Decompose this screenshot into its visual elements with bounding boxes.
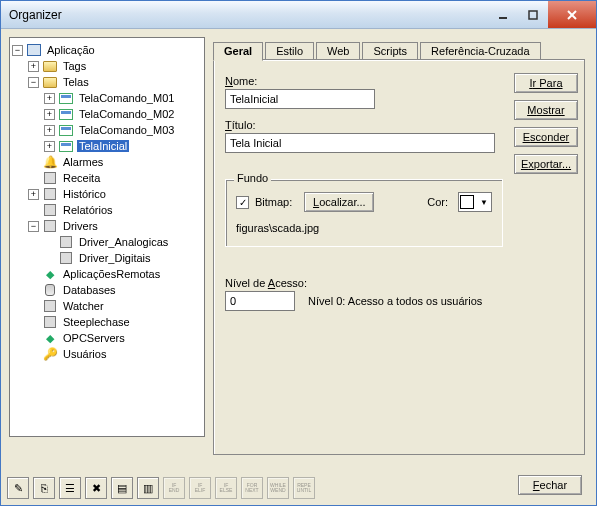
localizar-button[interactable]: Localizar... bbox=[304, 192, 374, 212]
tree-item[interactable]: ◆OPCServers bbox=[12, 330, 202, 346]
edit-icon[interactable]: ✎ bbox=[7, 477, 29, 499]
tree-item-label: Watcher bbox=[61, 300, 106, 312]
cor-picker[interactable]: ▼ bbox=[458, 192, 492, 212]
tree-item-label: Receita bbox=[61, 172, 102, 184]
expand-icon[interactable]: + bbox=[44, 93, 55, 104]
tree-item[interactable]: +Histórico bbox=[12, 186, 202, 202]
tree-item[interactable]: Databases bbox=[12, 282, 202, 298]
tree-item[interactable]: Watcher bbox=[12, 298, 202, 314]
expand-icon[interactable]: + bbox=[28, 189, 39, 200]
tree-item-label: Steeplechase bbox=[61, 316, 132, 328]
esconder-button[interactable]: Esconder bbox=[514, 127, 578, 147]
tree-item[interactable]: +TelaInicial bbox=[12, 138, 202, 154]
tab-web[interactable]: Web bbox=[316, 42, 360, 60]
collapse-icon[interactable]: − bbox=[28, 221, 39, 232]
tree-item[interactable]: ◆AplicaçõesRemotas bbox=[12, 266, 202, 282]
sort-desc-icon[interactable]: ▥ bbox=[137, 477, 159, 499]
color-swatch-icon bbox=[460, 195, 474, 209]
expand-icon[interactable]: + bbox=[28, 61, 39, 72]
tree-item-label: TelaComando_M03 bbox=[77, 124, 176, 136]
tree-item[interactable]: +Tags bbox=[12, 58, 202, 74]
item-icon bbox=[42, 219, 58, 233]
object-tree[interactable]: −Aplicação+Tags−Telas+TelaComando_M01+Te… bbox=[10, 38, 204, 366]
repeat-until-icon: REPEUNTIL bbox=[293, 477, 315, 499]
if-else-icon: IFELSE bbox=[215, 477, 237, 499]
folder-icon bbox=[42, 59, 58, 73]
chevron-down-icon: ▼ bbox=[480, 198, 490, 207]
titulo-field[interactable]: Tela Inicial bbox=[225, 133, 495, 153]
tree-item[interactable]: −Aplicação bbox=[12, 42, 202, 58]
access-label: Nível de Acesso: bbox=[225, 277, 482, 289]
tree-item[interactable]: 🔑Usuários bbox=[12, 346, 202, 362]
access-area: Nível de Acesso: 0 Nível 0: Acesso a tod… bbox=[225, 273, 482, 311]
while-wend-icon: WHILEWEND bbox=[267, 477, 289, 499]
maximize-button[interactable] bbox=[518, 1, 548, 28]
fechar-button[interactable]: Fechar bbox=[518, 475, 582, 495]
tree-item[interactable]: Driver_Digitais bbox=[12, 250, 202, 266]
tree-item[interactable]: Steeplechase bbox=[12, 314, 202, 330]
tree-item-label: Telas bbox=[61, 76, 91, 88]
item-icon bbox=[42, 171, 58, 185]
tree-item-label: Driver_Analogicas bbox=[77, 236, 170, 248]
item-icon bbox=[42, 187, 58, 201]
tab-geral[interactable]: Geral bbox=[213, 42, 263, 61]
organizer-window: Organizer −Aplicação+Tags−Telas+TelaComa… bbox=[0, 0, 597, 506]
nome-label: Nome: bbox=[225, 75, 505, 87]
tree-item[interactable]: Receita bbox=[12, 170, 202, 186]
bitmap-path: figuras\scada.jpg bbox=[236, 222, 492, 234]
application-icon bbox=[26, 43, 42, 57]
key-icon: 🔑 bbox=[42, 347, 58, 361]
exportar-button[interactable]: Exportar... bbox=[514, 154, 578, 174]
item-icon bbox=[42, 315, 58, 329]
item-icon bbox=[58, 235, 74, 249]
sort-asc-icon[interactable]: ▤ bbox=[111, 477, 133, 499]
copy-icon[interactable]: ⎘ bbox=[33, 477, 55, 499]
bell-icon: 🔔 bbox=[42, 155, 58, 169]
tab-referência-cruzada[interactable]: Referência-Cruzada bbox=[420, 42, 540, 60]
database-icon bbox=[42, 283, 58, 297]
tree-item[interactable]: −Drivers bbox=[12, 218, 202, 234]
tree-item-label: Histórico bbox=[61, 188, 108, 200]
cor-label: Cor: bbox=[427, 196, 448, 208]
screen-icon bbox=[58, 139, 74, 153]
server-icon: ◆ bbox=[42, 331, 58, 345]
bitmap-checkbox[interactable]: ✓ bbox=[236, 196, 249, 209]
tree-item[interactable]: Driver_Analogicas bbox=[12, 234, 202, 250]
tree-item[interactable]: +TelaComando_M03 bbox=[12, 122, 202, 138]
expand-icon[interactable]: + bbox=[44, 141, 55, 152]
tree-item[interactable]: −Telas bbox=[12, 74, 202, 90]
tree-item-label: Relatórios bbox=[61, 204, 115, 216]
expand-icon[interactable]: + bbox=[44, 109, 55, 120]
nome-field[interactable]: TelaInicial bbox=[225, 89, 375, 109]
tree-item[interactable]: +TelaComando_M01 bbox=[12, 90, 202, 106]
props-icon[interactable]: ☰ bbox=[59, 477, 81, 499]
expand-icon[interactable]: + bbox=[44, 125, 55, 136]
titlebar: Organizer bbox=[1, 1, 596, 29]
tree-item-label: Alarmes bbox=[61, 156, 105, 168]
minimize-button[interactable] bbox=[488, 1, 518, 28]
screen-icon bbox=[58, 123, 74, 137]
delete-icon[interactable]: ✖ bbox=[85, 477, 107, 499]
ir-para-button[interactable]: Ir Para bbox=[514, 73, 578, 93]
mostrar-button[interactable]: Mostrar bbox=[514, 100, 578, 120]
tree-item-label: TelaComando_M02 bbox=[77, 108, 176, 120]
tree-item-label: Driver_Digitais bbox=[77, 252, 153, 264]
tab-estilo[interactable]: Estilo bbox=[265, 42, 314, 60]
tab-scripts[interactable]: Scripts bbox=[362, 42, 418, 60]
collapse-icon[interactable]: − bbox=[28, 77, 39, 88]
close-button[interactable] bbox=[548, 1, 596, 28]
collapse-icon[interactable]: − bbox=[12, 45, 23, 56]
window-title: Organizer bbox=[9, 8, 488, 22]
tree-item-label: AplicaçõesRemotas bbox=[61, 268, 162, 280]
item-icon bbox=[42, 203, 58, 217]
tree-item-label: TelaInicial bbox=[77, 140, 129, 152]
tree-item[interactable]: 🔔Alarmes bbox=[12, 154, 202, 170]
tree-item[interactable]: Relatórios bbox=[12, 202, 202, 218]
item-icon bbox=[58, 251, 74, 265]
screen-icon bbox=[58, 107, 74, 121]
tree-item-label: Usuários bbox=[61, 348, 108, 360]
for-next-icon: FORNEXT bbox=[241, 477, 263, 499]
tree-item-label: Drivers bbox=[61, 220, 100, 232]
access-field[interactable]: 0 bbox=[225, 291, 295, 311]
tree-item[interactable]: +TelaComando_M02 bbox=[12, 106, 202, 122]
